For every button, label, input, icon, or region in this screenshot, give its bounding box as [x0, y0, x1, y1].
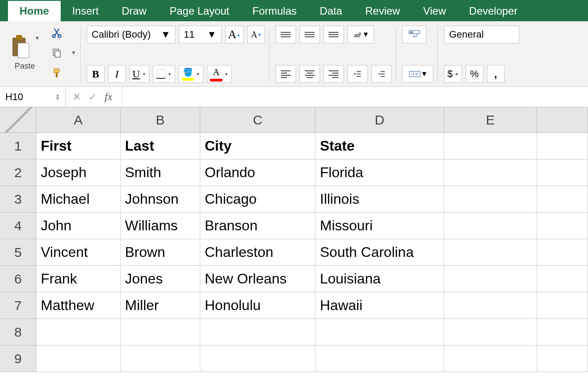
cell-C7[interactable]: Honolulu — [200, 292, 315, 318]
wrap-text-button[interactable]: ab — [402, 26, 426, 43]
cell-A9[interactable] — [36, 345, 121, 372]
cell-C3[interactable]: Chicago — [200, 186, 315, 212]
align-middle-button[interactable] — [300, 26, 320, 43]
cancel-formula-icon[interactable]: ✕ — [73, 91, 81, 103]
cell-E2[interactable] — [444, 159, 537, 186]
namebox-down-icon[interactable]: ▼ — [55, 97, 60, 101]
tab-data[interactable]: Data — [308, 1, 354, 21]
cell-F4[interactable] — [537, 213, 588, 239]
underline-button[interactable]: U▼ — [129, 65, 149, 83]
cell-B2[interactable]: Smith — [121, 159, 200, 186]
cell-A6[interactable]: Frank — [36, 266, 121, 292]
tab-developer[interactable]: Developer — [458, 1, 529, 21]
cell-E4[interactable] — [444, 213, 537, 239]
cell-F7[interactable] — [537, 292, 588, 318]
italic-button[interactable]: I — [108, 65, 126, 83]
col-header-C[interactable]: C — [200, 107, 315, 132]
cell-F1[interactable] — [537, 133, 588, 159]
cell-A3[interactable]: Michael — [36, 186, 121, 212]
tab-home[interactable]: Home — [8, 1, 61, 21]
cell-D3[interactable]: Illinois — [315, 186, 444, 212]
paste-icon[interactable] — [10, 35, 32, 59]
cell-A5[interactable]: Vincent — [36, 239, 121, 265]
cell-B3[interactable]: Johnson — [121, 186, 200, 212]
cell-E5[interactable] — [444, 239, 537, 265]
decrease-font-button[interactable]: A▼ — [247, 26, 265, 43]
col-header-A[interactable]: A — [36, 107, 121, 132]
cell-F8[interactable] — [537, 319, 588, 345]
cell-D2[interactable]: Florida — [315, 159, 444, 186]
cell-A8[interactable] — [36, 319, 121, 345]
cell-C9[interactable] — [200, 345, 315, 372]
row-header-8[interactable]: 8 — [0, 319, 36, 345]
cell-D1[interactable]: State — [315, 133, 444, 159]
tab-view[interactable]: View — [412, 1, 458, 21]
percent-button[interactable]: % — [466, 65, 483, 83]
fill-color-button[interactable]: 🪣▼ — [179, 65, 203, 83]
confirm-formula-icon[interactable]: ✓ — [89, 91, 97, 103]
cell-D8[interactable] — [315, 319, 444, 345]
cell-F3[interactable] — [537, 186, 588, 212]
cell-F5[interactable] — [537, 239, 588, 265]
increase-font-button[interactable]: A▲ — [225, 26, 244, 43]
select-all-corner[interactable] — [0, 107, 36, 132]
tab-review[interactable]: Review — [354, 1, 412, 21]
cell-E8[interactable] — [444, 319, 537, 345]
cell-B9[interactable] — [121, 345, 200, 372]
merge-center-button[interactable]: ▼ — [402, 65, 433, 83]
number-format-selector[interactable]: General — [444, 26, 519, 43]
row-header-7[interactable]: 7 — [0, 292, 36, 318]
row-header-2[interactable]: 2 — [0, 159, 36, 186]
fx-icon[interactable]: fx — [105, 91, 112, 103]
cell-D9[interactable] — [315, 345, 444, 372]
cell-B4[interactable]: Williams — [121, 213, 200, 239]
cell-A4[interactable]: John — [36, 213, 121, 239]
borders-button[interactable]: ▼ — [153, 65, 175, 83]
cell-E7[interactable] — [444, 292, 537, 318]
orientation-button[interactable]: ab▼ — [347, 26, 374, 43]
cell-F9[interactable] — [537, 345, 588, 372]
tab-draw[interactable]: Draw — [110, 1, 158, 21]
row-header-6[interactable]: 6 — [0, 266, 36, 292]
row-header-3[interactable]: 3 — [0, 186, 36, 212]
cell-C8[interactable] — [200, 319, 315, 345]
cell-A1[interactable]: First — [36, 133, 121, 159]
cell-E9[interactable] — [444, 345, 537, 372]
paste-dropdown[interactable]: ▼ — [35, 35, 40, 41]
align-top-button[interactable] — [276, 26, 296, 43]
cell-C6[interactable]: New Orleans — [200, 266, 315, 292]
cut-button[interactable] — [47, 25, 66, 40]
comma-button[interactable]: , — [487, 65, 505, 83]
copy-button[interactable] — [47, 45, 66, 60]
cell-B1[interactable]: Last — [121, 133, 200, 159]
copy-dropdown[interactable]: ▼ — [71, 50, 76, 56]
tab-formulas[interactable]: Formulas — [241, 1, 308, 21]
cell-B6[interactable]: Jones — [121, 266, 200, 292]
col-header-B[interactable]: B — [121, 107, 200, 132]
align-bottom-button[interactable] — [323, 26, 344, 43]
formula-input[interactable] — [122, 87, 588, 107]
tab-page-layout[interactable]: Page Layout — [158, 1, 241, 21]
cell-C1[interactable]: City — [200, 133, 315, 159]
font-color-button[interactable]: A▼ — [207, 65, 232, 83]
cell-D4[interactable]: Missouri — [315, 213, 444, 239]
col-header-D[interactable]: D — [315, 107, 444, 132]
cell-B8[interactable] — [121, 319, 200, 345]
tab-insert[interactable]: Insert — [61, 1, 110, 21]
font-size-selector[interactable]: 11▼ — [179, 26, 222, 43]
format-painter-button[interactable] — [47, 66, 66, 81]
cell-F2[interactable] — [537, 159, 588, 186]
cell-D5[interactable]: South Carolina — [315, 239, 444, 265]
row-header-5[interactable]: 5 — [0, 239, 36, 265]
name-box[interactable]: H10 ▲▼ — [0, 87, 66, 107]
bold-button[interactable]: B — [87, 65, 105, 83]
increase-indent-button[interactable] — [371, 65, 392, 83]
decrease-indent-button[interactable] — [347, 65, 368, 83]
cell-C5[interactable]: Charleston — [200, 239, 315, 265]
row-header-9[interactable]: 9 — [0, 345, 36, 372]
row-header-4[interactable]: 4 — [0, 213, 36, 239]
cell-B7[interactable]: Miller — [121, 292, 200, 318]
currency-button[interactable]: $▼ — [444, 65, 462, 83]
align-right-button[interactable] — [323, 65, 344, 83]
cell-E1[interactable] — [444, 133, 537, 159]
